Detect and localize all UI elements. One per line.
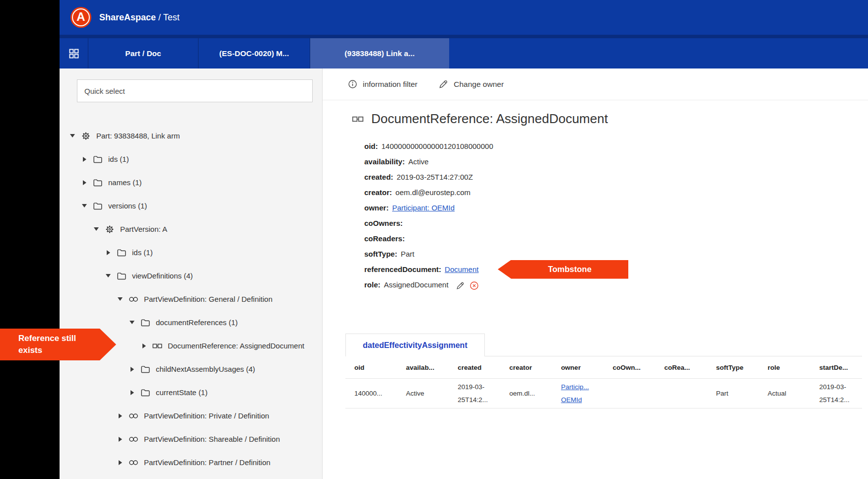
column-header-availability[interactable]: availab... <box>397 364 449 371</box>
tab-93838488-active[interactable]: (93838488) Link a... <box>310 38 449 68</box>
tree-item-ids[interactable]: ids (1) <box>60 147 322 171</box>
chevron-down-icon[interactable] <box>116 297 124 301</box>
field-label: oid: <box>364 142 378 150</box>
content-area: Part: 93838488, Link arm ids (1) names (… <box>60 68 868 479</box>
screenshot-root: A ShareAspace / Test Part / Doc (ES-DOC-… <box>0 0 868 479</box>
cell-line: 2019-03- <box>819 381 862 394</box>
brand-title: ShareAspace / Test <box>99 12 180 23</box>
owner-participant-link[interactable]: Particip... <box>561 383 589 391</box>
app-header: A ShareAspace / Test <box>60 0 868 35</box>
cell-line: 25T14:2... <box>819 394 862 407</box>
field-label: owner: <box>364 204 389 212</box>
cell-oid: 140000... <box>345 387 397 400</box>
chevron-right-icon[interactable] <box>140 343 148 348</box>
tree-item-viewdefinitions[interactable]: viewDefinitions (4) <box>60 264 322 287</box>
column-header-created[interactable]: created <box>449 364 500 371</box>
field-label: availability: <box>364 157 405 166</box>
owner-participant-link[interactable]: Participant: OEMId <box>392 204 455 212</box>
information-filter-label: information filter <box>363 80 417 89</box>
cell-startdefinition: 2019-03- 25T14:2... <box>810 381 862 407</box>
tree-item-label: Part: 93838488, Link arm <box>96 132 180 140</box>
tree-item-pvd-shareable[interactable]: PartViewDefinition: Shareable / Definiti… <box>60 427 322 451</box>
object-tree: Part: 93838488, Link arm ids (1) names (… <box>60 124 322 474</box>
cell-creator: oem.dl... <box>500 387 552 400</box>
referenced-document-link[interactable]: Document <box>445 265 478 274</box>
column-header-softtype[interactable]: softType <box>707 364 759 371</box>
remove-role-icon[interactable] <box>469 280 479 291</box>
chevron-right-icon[interactable] <box>116 413 124 418</box>
chevron-down-icon[interactable] <box>104 274 112 277</box>
tab-dated-effectivity-assignment[interactable]: datedEffectivityAssignment <box>345 334 485 356</box>
shareaspace-window: A ShareAspace / Test Part / Doc (ES-DOC-… <box>60 0 868 479</box>
tree-item-currentstate[interactable]: currentState (1) <box>60 381 322 404</box>
tree-item-partversion[interactable]: PartVersion: A <box>60 217 322 241</box>
field-value: oem.dl@eurostep.com <box>396 188 470 197</box>
tree-item-versions[interactable]: versions (1) <box>60 194 322 217</box>
column-header-coreaders[interactable]: coRea... <box>656 364 707 371</box>
chevron-right-icon[interactable] <box>116 437 124 442</box>
effectivity-tabs: datedEffectivityAssignment <box>345 334 862 356</box>
chevron-right-icon[interactable] <box>116 460 124 465</box>
chevron-down-icon[interactable] <box>68 134 76 137</box>
chevron-right-icon[interactable] <box>104 250 112 255</box>
tree-item-pvd-partner[interactable]: PartViewDefinition: Partner / Definition <box>60 451 322 474</box>
tree-item-pvd-general[interactable]: PartViewDefinition: General / Definition <box>60 287 322 311</box>
change-owner-label: Change owner <box>454 80 504 89</box>
field-owner: owner:Participant: OEMId <box>364 200 868 215</box>
tree-item-childnextassemblyusages[interactable]: childNextAssemblyUsages (4) <box>60 357 322 381</box>
tree-item-label: currentState (1) <box>156 388 207 397</box>
field-softtype: softType:Part <box>364 246 868 262</box>
detail-title: DocumentReference: AssignedDocument <box>350 111 868 127</box>
field-value: AssignedDocument <box>384 280 449 289</box>
chevron-right-icon[interactable] <box>128 367 136 372</box>
column-header-coowners[interactable]: coOwn... <box>603 364 655 371</box>
tree-item-ids-version[interactable]: ids (1) <box>60 241 322 264</box>
table-row[interactable]: 140000... Active 2019-03- 25T14:2... oem… <box>345 379 862 409</box>
field-label: role: <box>364 280 381 289</box>
field-value: 2019-03-25T14:27:00Z <box>397 173 472 181</box>
edit-role-pencil-icon[interactable] <box>456 281 465 290</box>
tab-bar: Part / Doc (ES-DOC-0020) M... (93838488)… <box>60 35 868 68</box>
chevron-right-icon[interactable] <box>128 390 136 395</box>
field-coowners: coOwners: <box>364 215 868 231</box>
annotation-line: Reference still <box>18 333 116 344</box>
view-definition-icon <box>128 294 139 305</box>
apps-grid-button[interactable] <box>60 38 88 68</box>
quick-select-input[interactable] <box>77 79 313 102</box>
tree-item-label: PartViewDefinition: Shareable / Definiti… <box>144 435 280 443</box>
field-value: Part <box>401 250 414 258</box>
column-header-owner[interactable]: owner <box>552 364 603 371</box>
folder-icon <box>140 364 151 375</box>
tree-item-names[interactable]: names (1) <box>60 171 322 194</box>
tab-es-doc-0020[interactable]: (ES-DOC-0020) M... <box>199 38 310 68</box>
tree-item-pvd-private[interactable]: PartViewDefinition: Private / Definition <box>60 404 322 427</box>
effectivity-table: oid availab... created creator owner coO… <box>345 356 862 409</box>
reference-still-exists-annotation: Reference still exists <box>0 329 116 360</box>
tab-part-doc[interactable]: Part / Doc <box>88 38 199 68</box>
chevron-down-icon[interactable] <box>128 321 136 324</box>
field-label: referencedDocument: <box>364 265 441 274</box>
tree-item-part[interactable]: Part: 93838488, Link arm <box>60 124 322 147</box>
view-definition-icon <box>128 434 139 445</box>
detail-title-text: DocumentReference: AssignedDocument <box>371 111 608 127</box>
document-reference-icon <box>350 113 365 126</box>
owner-oemid-link[interactable]: OEMId <box>561 396 582 404</box>
chevron-right-icon[interactable] <box>80 180 88 185</box>
annotation-line: exists <box>18 344 116 356</box>
cell-owner: Particip... OEMId <box>552 381 603 407</box>
cell-availability: Active <box>397 387 449 400</box>
column-header-role[interactable]: role <box>759 364 810 371</box>
field-availability: availability:Active <box>364 154 868 169</box>
column-header-startdefinition[interactable]: startDe... <box>810 364 862 371</box>
column-header-oid[interactable]: oid <box>345 364 397 371</box>
chevron-down-icon[interactable] <box>92 227 100 231</box>
chevron-right-icon[interactable] <box>80 157 88 162</box>
change-owner-button[interactable]: Change owner <box>438 79 504 89</box>
information-filter-button[interactable]: information filter <box>347 79 417 89</box>
tombstone-annotation: Tombstone <box>498 260 628 279</box>
chevron-down-icon[interactable] <box>80 204 88 207</box>
main-toolbar: information filter Change owner <box>323 68 868 100</box>
column-header-creator[interactable]: creator <box>500 364 552 371</box>
brand-divider: / <box>158 12 161 22</box>
field-creator: creator:oem.dl@eurostep.com <box>364 185 868 200</box>
